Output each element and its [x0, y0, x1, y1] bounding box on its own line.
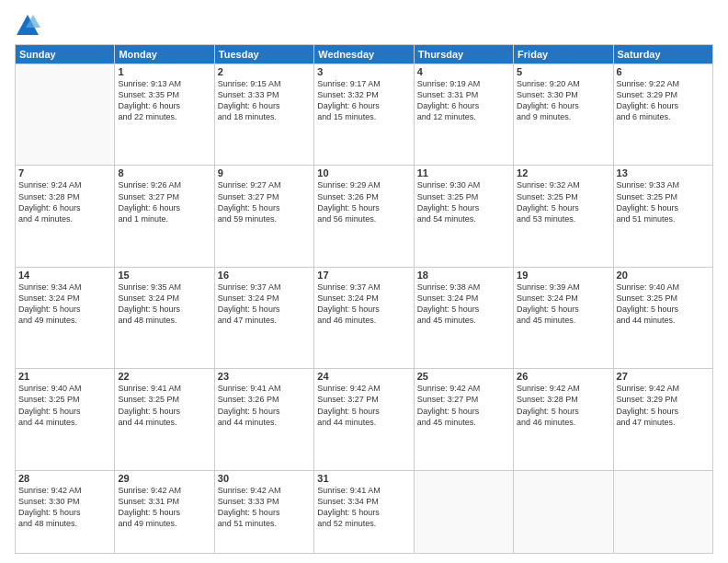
- calendar-cell: 4Sunrise: 9:19 AM Sunset: 3:31 PM Daylig…: [414, 64, 513, 166]
- day-number: 16: [218, 270, 311, 281]
- day-info: Sunrise: 9:37 AM Sunset: 3:24 PM Dayligh…: [317, 282, 410, 327]
- day-header-friday: Friday: [514, 45, 613, 64]
- page: SundayMondayTuesdayWednesdayThursdayFrid…: [0, 0, 728, 563]
- day-info: Sunrise: 9:19 AM Sunset: 3:31 PM Dayligh…: [417, 78, 510, 123]
- week-row-3: 14Sunrise: 9:34 AM Sunset: 3:24 PM Dayli…: [16, 267, 713, 368]
- day-number: 19: [517, 270, 609, 281]
- calendar-cell: 28Sunrise: 9:42 AM Sunset: 3:30 PM Dayli…: [16, 470, 115, 553]
- calendar-cell: 15Sunrise: 9:35 AM Sunset: 3:24 PM Dayli…: [115, 267, 214, 368]
- calendar-cell: 25Sunrise: 9:42 AM Sunset: 3:27 PM Dayli…: [414, 369, 513, 470]
- day-info: Sunrise: 9:42 AM Sunset: 3:28 PM Dayligh…: [517, 383, 609, 428]
- calendar-cell: 26Sunrise: 9:42 AM Sunset: 3:28 PM Dayli…: [514, 369, 613, 470]
- day-info: Sunrise: 9:29 AM Sunset: 3:26 PM Dayligh…: [317, 179, 410, 224]
- day-number: 29: [118, 473, 210, 484]
- day-info: Sunrise: 9:30 AM Sunset: 3:25 PM Dayligh…: [417, 179, 510, 224]
- day-number: 23: [218, 371, 311, 382]
- calendar-cell: 14Sunrise: 9:34 AM Sunset: 3:24 PM Dayli…: [16, 267, 115, 368]
- day-info: Sunrise: 9:42 AM Sunset: 3:33 PM Dayligh…: [218, 485, 311, 530]
- calendar-cell: 17Sunrise: 9:37 AM Sunset: 3:24 PM Dayli…: [314, 267, 414, 368]
- day-number: 1: [118, 66, 210, 77]
- day-header-wednesday: Wednesday: [314, 45, 414, 64]
- day-number: 5: [517, 66, 609, 77]
- day-info: Sunrise: 9:34 AM Sunset: 3:24 PM Dayligh…: [18, 282, 111, 327]
- week-row-4: 21Sunrise: 9:40 AM Sunset: 3:25 PM Dayli…: [16, 369, 713, 470]
- calendar-cell: 24Sunrise: 9:42 AM Sunset: 3:27 PM Dayli…: [314, 369, 414, 470]
- day-number: 25: [417, 371, 510, 382]
- day-number: 24: [317, 371, 410, 382]
- day-header-tuesday: Tuesday: [214, 45, 313, 64]
- day-number: 9: [218, 167, 311, 178]
- day-header-monday: Monday: [115, 45, 214, 64]
- day-info: Sunrise: 9:40 AM Sunset: 3:25 PM Dayligh…: [18, 383, 111, 428]
- calendar: SundayMondayTuesdayWednesdayThursdayFrid…: [15, 44, 713, 554]
- day-info: Sunrise: 9:20 AM Sunset: 3:30 PM Dayligh…: [517, 78, 609, 123]
- day-header-sunday: Sunday: [16, 45, 115, 64]
- day-info: Sunrise: 9:42 AM Sunset: 3:27 PM Dayligh…: [317, 383, 410, 428]
- calendar-cell: [414, 470, 513, 553]
- day-number: 11: [417, 167, 510, 178]
- day-number: 10: [317, 167, 410, 178]
- day-info: Sunrise: 9:17 AM Sunset: 3:32 PM Dayligh…: [317, 78, 410, 123]
- calendar-cell: 10Sunrise: 9:29 AM Sunset: 3:26 PM Dayli…: [314, 166, 414, 267]
- logo-icon: [15, 13, 40, 39]
- day-info: Sunrise: 9:27 AM Sunset: 3:27 PM Dayligh…: [218, 179, 311, 224]
- week-row-1: 1Sunrise: 9:13 AM Sunset: 3:35 PM Daylig…: [16, 64, 713, 166]
- logo: [15, 13, 44, 39]
- day-info: Sunrise: 9:24 AM Sunset: 3:28 PM Dayligh…: [18, 179, 111, 224]
- day-number: 30: [218, 473, 311, 484]
- day-header-thursday: Thursday: [414, 45, 513, 64]
- calendar-cell: 6Sunrise: 9:22 AM Sunset: 3:29 PM Daylig…: [613, 64, 712, 166]
- calendar-cell: [613, 470, 712, 553]
- day-info: Sunrise: 9:37 AM Sunset: 3:24 PM Dayligh…: [218, 282, 311, 327]
- calendar-cell: 23Sunrise: 9:41 AM Sunset: 3:26 PM Dayli…: [214, 369, 313, 470]
- day-info: Sunrise: 9:13 AM Sunset: 3:35 PM Dayligh…: [118, 78, 210, 123]
- day-header-saturday: Saturday: [613, 45, 712, 64]
- calendar-cell: 29Sunrise: 9:42 AM Sunset: 3:31 PM Dayli…: [115, 470, 214, 553]
- day-info: Sunrise: 9:41 AM Sunset: 3:25 PM Dayligh…: [118, 383, 210, 428]
- day-number: 6: [617, 66, 710, 77]
- week-row-5: 28Sunrise: 9:42 AM Sunset: 3:30 PM Dayli…: [16, 470, 713, 553]
- calendar-cell: 11Sunrise: 9:30 AM Sunset: 3:25 PM Dayli…: [414, 166, 513, 267]
- day-info: Sunrise: 9:42 AM Sunset: 3:27 PM Dayligh…: [417, 383, 510, 428]
- header: [15, 9, 713, 39]
- calendar-cell: 3Sunrise: 9:17 AM Sunset: 3:32 PM Daylig…: [314, 64, 414, 166]
- calendar-cell: 7Sunrise: 9:24 AM Sunset: 3:28 PM Daylig…: [16, 166, 115, 267]
- calendar-cell: 19Sunrise: 9:39 AM Sunset: 3:24 PM Dayli…: [514, 267, 613, 368]
- day-info: Sunrise: 9:39 AM Sunset: 3:24 PM Dayligh…: [517, 282, 609, 327]
- day-number: 31: [317, 473, 410, 484]
- calendar-cell: 16Sunrise: 9:37 AM Sunset: 3:24 PM Dayli…: [214, 267, 313, 368]
- day-number: 7: [18, 167, 111, 178]
- day-number: 4: [417, 66, 510, 77]
- calendar-cell: 12Sunrise: 9:32 AM Sunset: 3:25 PM Dayli…: [514, 166, 613, 267]
- calendar-cell: 5Sunrise: 9:20 AM Sunset: 3:30 PM Daylig…: [514, 64, 613, 166]
- day-info: Sunrise: 9:35 AM Sunset: 3:24 PM Dayligh…: [118, 282, 210, 327]
- day-number: 22: [118, 371, 210, 382]
- day-number: 26: [517, 371, 609, 382]
- day-number: 27: [617, 371, 710, 382]
- day-number: 28: [18, 473, 111, 484]
- day-info: Sunrise: 9:42 AM Sunset: 3:29 PM Dayligh…: [617, 383, 710, 428]
- day-number: 17: [317, 270, 410, 281]
- day-info: Sunrise: 9:38 AM Sunset: 3:24 PM Dayligh…: [417, 282, 510, 327]
- day-info: Sunrise: 9:22 AM Sunset: 3:29 PM Dayligh…: [617, 78, 710, 123]
- day-number: 2: [218, 66, 311, 77]
- day-number: 14: [18, 270, 111, 281]
- day-number: 3: [317, 66, 410, 77]
- day-number: 21: [18, 371, 111, 382]
- day-info: Sunrise: 9:42 AM Sunset: 3:30 PM Dayligh…: [18, 485, 111, 530]
- day-number: 18: [417, 270, 510, 281]
- day-number: 8: [118, 167, 210, 178]
- calendar-cell: 18Sunrise: 9:38 AM Sunset: 3:24 PM Dayli…: [414, 267, 513, 368]
- day-info: Sunrise: 9:42 AM Sunset: 3:31 PM Dayligh…: [118, 485, 210, 530]
- day-number: 15: [118, 270, 210, 281]
- calendar-cell: 8Sunrise: 9:26 AM Sunset: 3:27 PM Daylig…: [115, 166, 214, 267]
- calendar-cell: 21Sunrise: 9:40 AM Sunset: 3:25 PM Dayli…: [16, 369, 115, 470]
- days-header-row: SundayMondayTuesdayWednesdayThursdayFrid…: [16, 45, 713, 64]
- calendar-cell: [514, 470, 613, 553]
- day-number: 13: [617, 167, 710, 178]
- day-info: Sunrise: 9:41 AM Sunset: 3:34 PM Dayligh…: [317, 485, 410, 530]
- calendar-cell: 30Sunrise: 9:42 AM Sunset: 3:33 PM Dayli…: [214, 470, 313, 553]
- day-info: Sunrise: 9:41 AM Sunset: 3:26 PM Dayligh…: [218, 383, 311, 428]
- week-row-2: 7Sunrise: 9:24 AM Sunset: 3:28 PM Daylig…: [16, 166, 713, 267]
- day-info: Sunrise: 9:15 AM Sunset: 3:33 PM Dayligh…: [218, 78, 311, 123]
